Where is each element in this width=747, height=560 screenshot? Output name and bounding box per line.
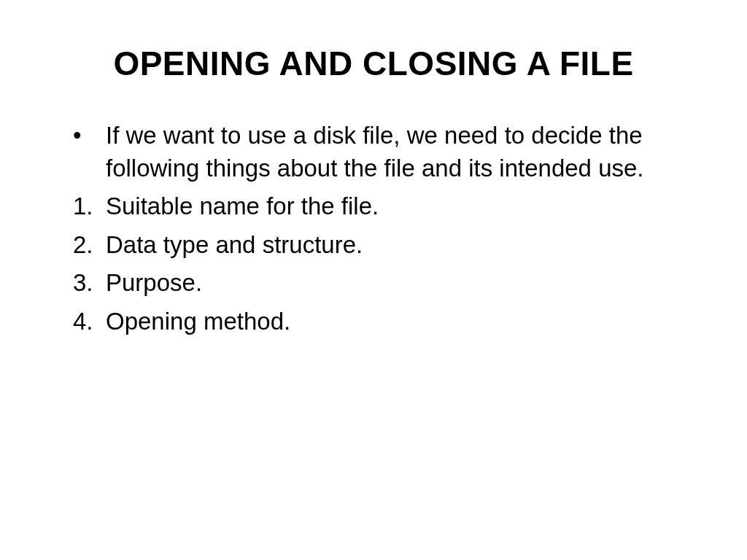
numbered-item: 1. Suitable name for the file. [51, 190, 696, 223]
numbered-text: Opening method. [106, 306, 696, 338]
numbered-item: 4. Opening method. [51, 306, 696, 338]
number-marker: 4. [73, 306, 106, 338]
number-marker: 1. [73, 190, 106, 223]
numbered-item: 2. Data type and structure. [51, 229, 696, 262]
numbered-text: Data type and structure. [106, 229, 696, 262]
numbered-item: 3. Purpose. [51, 267, 696, 300]
number-marker: 3. [73, 267, 106, 300]
numbered-text: Suitable name for the file. [106, 190, 696, 223]
bullet-item: • If we want to use a disk file, we need… [51, 120, 696, 184]
number-marker: 2. [73, 229, 106, 262]
slide-content: • If we want to use a disk file, we need… [51, 120, 696, 338]
bullet-marker-icon: • [73, 120, 106, 184]
bullet-text: If we want to use a disk file, we need t… [106, 120, 696, 184]
slide-title: OPENING AND CLOSING A FILE [51, 44, 696, 83]
numbered-text: Purpose. [106, 267, 696, 300]
